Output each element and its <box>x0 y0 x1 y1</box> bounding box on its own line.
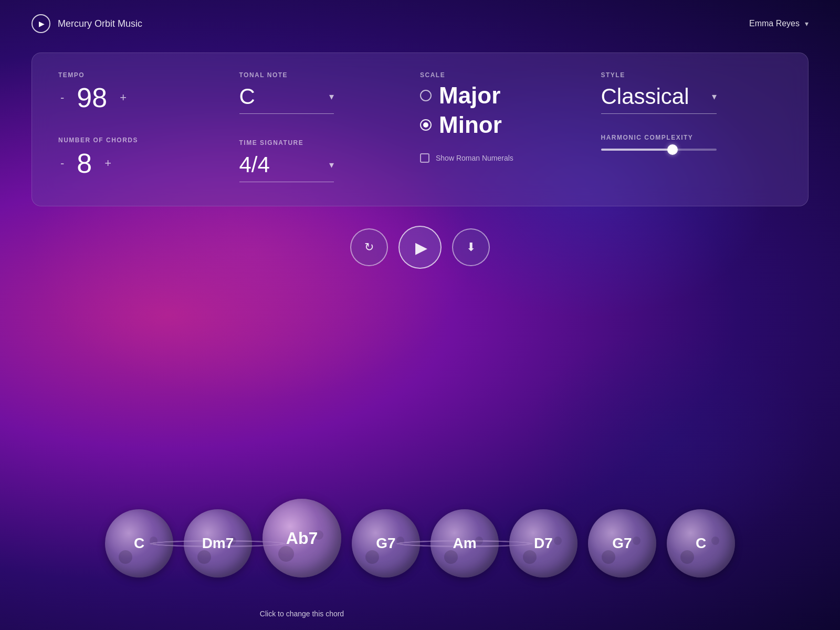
chord-planet[interactable]: C <box>667 509 735 578</box>
roman-numerals-checkbox[interactable]: Show Roman Numerals <box>420 153 601 163</box>
chords-minus-button[interactable]: - <box>58 158 66 169</box>
control-panel: TEMPO - 98 + NUMBER OF CHORDS - 8 + TONA… <box>32 52 808 206</box>
roman-numerals-box <box>420 153 429 163</box>
planet-sphere: C <box>667 509 735 578</box>
chord-planet-4[interactable]: Am <box>430 509 499 578</box>
chord-planet[interactable]: G7 <box>352 509 420 578</box>
chord-planet[interactable]: G7 <box>588 509 656 578</box>
chords-label: NUMBER OF CHORDS <box>58 136 138 144</box>
play-icon: ▶ <box>415 238 427 257</box>
scale-minor-label: Minor <box>439 113 502 136</box>
app-name: Mercury Orbit Music <box>58 18 142 29</box>
chords-stepper: - 8 + <box>58 150 239 177</box>
style-label: STYLE <box>601 71 782 79</box>
harmonic-complexity-label: HARMONIC COMPLEXITY <box>601 134 782 141</box>
tempo-stepper: - 98 + <box>58 84 239 111</box>
tempo-label: TEMPO <box>58 71 239 79</box>
chord-label: G7 <box>612 535 632 552</box>
chord-planet[interactable]: C <box>105 509 173 578</box>
harmonic-complexity-section: HARMONIC COMPLEXITY <box>601 134 782 151</box>
chord-planet[interactable]: Ab7 <box>262 499 341 578</box>
logo-icon <box>32 14 50 33</box>
chord-planet-0[interactable]: C <box>105 509 173 578</box>
chords-value: 8 <box>77 150 92 177</box>
play-button[interactable]: ▶ <box>398 226 442 269</box>
chord-label: D7 <box>534 535 553 552</box>
chord-label: C <box>134 535 144 552</box>
scale-major-option[interactable]: Major <box>420 84 601 107</box>
scale-label: SCALE <box>420 71 601 79</box>
planet-sphere: D7 <box>509 509 578 578</box>
style-value: Classical <box>601 84 707 109</box>
scale-major-label: Major <box>439 84 500 107</box>
slider-fill <box>601 149 673 151</box>
tempo-plus-button[interactable]: + <box>118 92 129 103</box>
user-name: Emma Reyes <box>749 19 800 28</box>
chord-label: G7 <box>376 535 395 552</box>
roman-numerals-label: Show Roman Numerals <box>436 154 513 162</box>
chord-planet-3[interactable]: G7 <box>352 509 420 578</box>
chord-area: CDm7Ab7Click to change this chordG7AmD7G… <box>0 499 840 578</box>
planet-sphere: Ab7 <box>262 499 341 578</box>
scale-major-radio <box>420 90 432 101</box>
transport-controls: ↻ ▶ ⬇ <box>350 226 490 269</box>
style-dropdown[interactable]: Classical ▾ <box>601 84 717 114</box>
chord-label: Ab7 <box>286 529 318 548</box>
chord-planet[interactable]: D7 <box>509 509 578 578</box>
slider-thumb[interactable] <box>667 144 678 155</box>
scale-minor-radio <box>420 119 432 131</box>
refresh-button[interactable]: ↻ <box>350 228 388 266</box>
download-icon: ⬇ <box>466 240 476 254</box>
chord-planet-1[interactable]: Dm7 <box>184 509 252 578</box>
planet-sphere: G7 <box>352 509 420 578</box>
tempo-group: TEMPO - 98 + NUMBER OF CHORDS - 8 + <box>58 71 239 182</box>
tonal-note-dropdown[interactable]: C ▾ <box>239 84 334 114</box>
chord-planet[interactable]: Dm7 <box>184 509 252 578</box>
tonal-group: TONAL NOTE C ▾ TIME SIGNATURE 4/4 ▾ <box>239 71 421 182</box>
tonal-note-arrow-icon: ▾ <box>329 91 334 102</box>
chord-tooltip: Click to change this chord <box>260 608 344 620</box>
logo-area: Mercury Orbit Music <box>32 14 142 33</box>
chord-label: C <box>696 535 706 552</box>
scale-group: SCALE Major Minor Show Roman Numerals <box>420 71 601 182</box>
chords-plus-button[interactable]: + <box>102 158 113 169</box>
chord-planet-7[interactable]: C <box>667 509 735 578</box>
user-menu[interactable]: Emma Reyes ▾ <box>749 19 808 28</box>
planet-sphere: Am <box>430 509 499 578</box>
tonal-note-value: C <box>239 84 323 109</box>
chord-planet-2[interactable]: Ab7Click to change this chord <box>262 499 341 578</box>
harmonic-complexity-slider[interactable] <box>601 149 717 151</box>
time-sig-dropdown[interactable]: 4/4 ▾ <box>239 152 334 182</box>
tonal-label: TONAL NOTE <box>239 71 421 79</box>
style-arrow-icon: ▾ <box>712 91 717 102</box>
time-sig-value: 4/4 <box>239 152 323 177</box>
scale-minor-option[interactable]: Minor <box>420 113 601 136</box>
style-group: STYLE Classical ▾ HARMONIC COMPLEXITY <box>601 71 782 182</box>
planet-sphere: Dm7 <box>184 509 252 578</box>
refresh-icon: ↻ <box>364 240 374 254</box>
time-sig-group: TIME SIGNATURE 4/4 ▾ <box>239 138 421 182</box>
scale-options: Major Minor Show Roman Numerals <box>420 84 601 163</box>
chevron-down-icon: ▾ <box>805 19 808 28</box>
tempo-value: 98 <box>77 84 107 111</box>
chord-planet-5[interactable]: D7 <box>509 509 578 578</box>
planet-sphere: C <box>105 509 173 578</box>
tempo-minus-button[interactable]: - <box>58 92 66 103</box>
download-button[interactable]: ⬇ <box>452 228 490 266</box>
chord-label: Dm7 <box>202 535 234 552</box>
planet-sphere: G7 <box>588 509 656 578</box>
chords-group: NUMBER OF CHORDS - 8 + <box>58 135 239 177</box>
chord-label: Am <box>453 535 476 552</box>
header: Mercury Orbit Music Emma Reyes ▾ <box>0 0 840 47</box>
time-sig-arrow-icon: ▾ <box>329 159 334 171</box>
chord-planet-6[interactable]: G7 <box>588 509 656 578</box>
time-sig-label: TIME SIGNATURE <box>239 139 304 146</box>
chord-planet[interactable]: Am <box>430 509 499 578</box>
